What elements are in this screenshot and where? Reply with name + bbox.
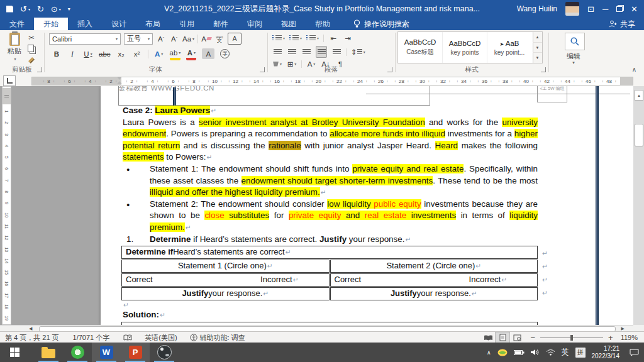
multilevel-list-button[interactable]: ▾ bbox=[306, 33, 319, 43]
statement-1-choice-cell[interactable]: Correct Incorrect↵ bbox=[121, 273, 330, 287]
find-button[interactable] bbox=[565, 33, 585, 50]
zoom-out-button[interactable]: − bbox=[530, 333, 535, 343]
cut-icon[interactable]: ✂ bbox=[26, 32, 36, 43]
paste-button[interactable]: 粘贴 ▾ bbox=[4, 33, 25, 61]
statement-1-cell[interactable]: Statement 1 (Circle one)↵ bbox=[121, 260, 330, 273]
subscript-button[interactable]: x₂ bbox=[116, 48, 126, 59]
highlight-color-button[interactable]: ab▾ bbox=[170, 47, 181, 60]
taskbar-word[interactable]: W bbox=[92, 343, 121, 362]
enclose-characters-button[interactable]: 字 bbox=[220, 49, 230, 58]
zoom-in-button[interactable]: + bbox=[608, 333, 613, 343]
font-size-combobox[interactable]: 五号▾ bbox=[124, 33, 153, 45]
styles-dialog-launcher[interactable] bbox=[541, 67, 546, 72]
tab-review[interactable]: 审阅 bbox=[238, 18, 272, 30]
font-color-button[interactable]: A▾ bbox=[186, 47, 196, 60]
ime-language-indicator[interactable]: 英 bbox=[562, 347, 569, 358]
undo-button[interactable]: ↺▾ bbox=[20, 4, 30, 14]
character-border-button[interactable]: A bbox=[228, 33, 242, 45]
tab-design[interactable]: 设计 bbox=[102, 18, 136, 30]
font-name-combobox[interactable]: Calibri▾ bbox=[49, 33, 121, 45]
qat-customize-button[interactable]: ▾ bbox=[68, 6, 70, 12]
incorrect-option[interactable]: Incorrect↵ bbox=[260, 274, 298, 286]
character-shading-button[interactable]: A bbox=[202, 48, 214, 59]
user-name[interactable]: Wang Huilin bbox=[517, 4, 557, 13]
word-count[interactable]: 1/7071 个字 bbox=[73, 333, 110, 343]
taskbar-obs[interactable] bbox=[150, 343, 179, 362]
editing-group-label[interactable]: 编辑 bbox=[548, 52, 599, 61]
redo-button[interactable]: ↻ bbox=[37, 4, 44, 14]
tab-insert[interactable]: 插入 bbox=[68, 18, 102, 30]
strikethrough-button[interactable]: abc bbox=[99, 48, 111, 59]
correct-option[interactable]: Correct bbox=[126, 274, 153, 286]
taskbar-powerpoint[interactable]: P bbox=[121, 343, 150, 362]
taskbar-file-explorer[interactable] bbox=[34, 343, 63, 362]
numbering-button[interactable]: ▾ bbox=[289, 33, 302, 43]
tell-me-search[interactable]: 操作说明搜索 bbox=[353, 18, 409, 30]
line-spacing-button[interactable]: ⇕▾ bbox=[351, 47, 365, 57]
close-button[interactable]: ✕ bbox=[631, 4, 638, 14]
tab-mailings[interactable]: 邮件 bbox=[204, 18, 238, 30]
tab-help[interactable]: 帮助 bbox=[306, 18, 340, 30]
align-left-button[interactable] bbox=[272, 47, 282, 57]
correct-option[interactable]: Correct bbox=[335, 274, 362, 286]
underline-button[interactable]: U▾ bbox=[83, 48, 93, 59]
speaker-icon[interactable] bbox=[531, 349, 540, 356]
statement-2-choice-cell[interactable]: Correct Incorrect↵ bbox=[330, 273, 538, 287]
distribute-button[interactable] bbox=[331, 47, 341, 57]
format-painter-icon[interactable] bbox=[28, 57, 35, 65]
battery-icon[interactable] bbox=[514, 349, 525, 356]
increase-indent-button[interactable]: ⇥ bbox=[343, 33, 353, 43]
proofing-icon[interactable] bbox=[123, 334, 132, 341]
style-key-points[interactable]: AaBbCcD key points bbox=[443, 32, 487, 63]
hanging-indent-marker[interactable] bbox=[117, 81, 122, 84]
save-icon[interactable] bbox=[6, 6, 13, 13]
web-layout-button[interactable] bbox=[510, 332, 524, 343]
taskbar-green-app[interactable] bbox=[63, 343, 92, 362]
read-mode-button[interactable] bbox=[481, 332, 495, 343]
styles-scroll-down-button[interactable]: ▼ bbox=[533, 43, 542, 53]
styles-scroll-up-button[interactable]: ▲ bbox=[533, 32, 542, 43]
tab-stop-selector[interactable] bbox=[3, 75, 16, 86]
copy-icon[interactable] bbox=[28, 45, 36, 55]
vertical-scroll-thumb[interactable] bbox=[635, 124, 643, 146]
vertical-scrollbar[interactable]: ▲ bbox=[633, 86, 644, 325]
phonetic-guide-button[interactable]: wén文 bbox=[214, 33, 225, 44]
tray-green-shield-icon[interactable] bbox=[497, 349, 508, 356]
change-case-button[interactable]: Aa▾ bbox=[182, 33, 194, 44]
document-page[interactable]: 金程教育 WWW.GFEDU.CN √工 5W 编组 Case 2: Laura… bbox=[101, 86, 633, 325]
tab-home[interactable]: 开始 bbox=[34, 18, 68, 30]
grow-font-button[interactable]: Aˆ bbox=[156, 33, 166, 44]
ime-mode-icon[interactable]: 拼 bbox=[575, 348, 586, 358]
paragraph-dialog-launcher[interactable] bbox=[387, 67, 392, 72]
style-case-title[interactable]: AaBbCcD Case标题 bbox=[398, 32, 443, 63]
taskbar-clock[interactable]: 17:21 2022/3/14 bbox=[592, 345, 620, 359]
text-effects-button[interactable]: A▾ bbox=[154, 48, 164, 59]
italic-button[interactable]: I bbox=[67, 48, 77, 59]
shrink-font-button[interactable]: Aˇ bbox=[169, 33, 179, 44]
editing-dropdown-icon[interactable]: ▾ bbox=[548, 60, 599, 65]
incorrect-option[interactable]: Incorrect↵ bbox=[469, 274, 507, 286]
tab-file[interactable]: 文件 bbox=[0, 18, 34, 30]
zoom-slider[interactable] bbox=[540, 337, 603, 338]
styles-more-button[interactable]: ▼ bbox=[533, 53, 542, 63]
hidden-icons-chevron[interactable]: ∧ bbox=[487, 349, 491, 356]
tab-layout[interactable]: 布局 bbox=[136, 18, 170, 30]
language-indicator[interactable]: 英语(美国) bbox=[145, 333, 177, 343]
share-button[interactable]: 共享 bbox=[609, 18, 644, 30]
restore-button[interactable] bbox=[616, 6, 623, 12]
clipboard-dialog-launcher[interactable] bbox=[37, 67, 42, 72]
align-center-button[interactable] bbox=[287, 47, 297, 57]
wifi-icon[interactable] bbox=[546, 349, 555, 356]
zoom-slider-thumb[interactable] bbox=[570, 335, 573, 341]
tab-references[interactable]: 引用 bbox=[170, 18, 204, 30]
collapse-ribbon-button[interactable]: ∧ bbox=[632, 66, 636, 73]
scroll-up-icon[interactable]: ▲ bbox=[635, 90, 643, 101]
statement-2-cell[interactable]: Statement 2 (Circle one)↵ bbox=[330, 260, 538, 273]
avatar[interactable] bbox=[565, 2, 579, 16]
justify-2-cell[interactable]: Justify your response.↵ bbox=[330, 287, 538, 300]
superscript-button[interactable]: x² bbox=[132, 48, 142, 59]
touch-mode-button[interactable]: ⊙▾ bbox=[51, 4, 61, 14]
start-button[interactable] bbox=[0, 343, 29, 362]
align-right-button[interactable] bbox=[301, 47, 311, 57]
style-key-point[interactable]: ➤ AaB key point... bbox=[487, 32, 531, 63]
